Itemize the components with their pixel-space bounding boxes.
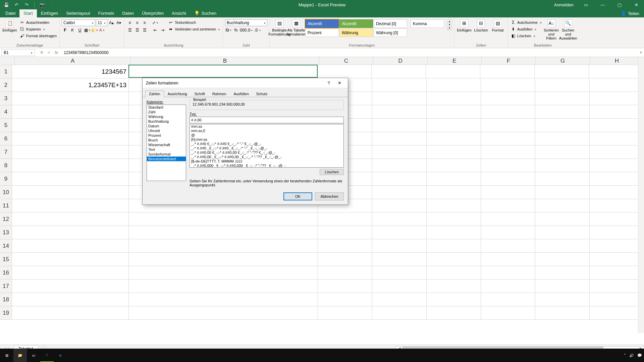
category-list[interactable]: StandardZahlWährungBuchhaltungDatumUhrze…	[147, 105, 186, 181]
cat-item[interactable]: Benutzerdefiniert	[147, 157, 186, 161]
type-label: Typ:	[190, 112, 344, 116]
dlg-tab-schrift[interactable]: Schrift	[191, 90, 209, 97]
type-list-item[interactable]: _-* #.##0,00 €_-;-* #.##0,00 €_-;_-* "-"…	[190, 150, 343, 155]
tray-volume-icon[interactable]: 🔊	[629, 353, 634, 358]
cat-item[interactable]: Sonderformat	[147, 152, 186, 157]
cat-item[interactable]: Bruch	[147, 138, 186, 142]
sample-value: 12.345.678.901.234.500.000,00	[193, 102, 341, 106]
taskbar-app1-icon[interactable]: ▭	[27, 349, 40, 362]
type-list-item[interactable]: mm:ss	[190, 124, 343, 129]
cat-item[interactable]: Uhrzeit	[147, 128, 186, 133]
type-list-item[interactable]: _-* #.##0 €_-;-* #.##0 €_-;_-* "-" €_-;_…	[190, 142, 343, 146]
taskbar-explorer-icon[interactable]: 📁	[13, 349, 27, 362]
type-list-item[interactable]: [h]:mm:ss	[190, 137, 343, 142]
cat-item[interactable]: Datum	[147, 124, 186, 128]
modal-overlay: Zellen formatieren ? ✕ Zahlen Ausrichtun…	[0, 0, 644, 362]
cat-item[interactable]: Standard	[147, 105, 186, 110]
dialog-close-button[interactable]: ✕	[334, 80, 344, 85]
type-list-item[interactable]: [$-de-DE]TTTT, T. MMMM JJJJ	[190, 159, 343, 164]
windows-taskbar: ⊞ 📁 ▭ X e ˄ 🔊 💬	[0, 349, 644, 362]
cat-item[interactable]: Währung	[147, 114, 186, 119]
type-input[interactable]	[190, 117, 344, 123]
dialog-hint: Geben Sie Ihr Zahlenformat ein, unter Ve…	[190, 175, 344, 187]
type-list-item[interactable]: _-* #.##0,00 _€_-;-* #.##0,00 _€_-;_-* "…	[190, 155, 343, 159]
dlg-tab-schutz[interactable]: Schutz	[253, 90, 271, 97]
cat-item[interactable]: Prozent	[147, 133, 186, 138]
dlg-tab-ausrichtung[interactable]: Ausrichtung	[164, 90, 191, 97]
cat-item[interactable]: Wissenschaft	[147, 142, 186, 147]
dialog-title: Zellen formatieren	[146, 81, 178, 85]
tray-chevron-icon[interactable]: ˄	[624, 353, 626, 358]
dlg-tab-ausfuellen[interactable]: Ausfüllen	[230, 90, 253, 97]
ok-button[interactable]: OK	[283, 192, 312, 200]
tray-notifications-icon[interactable]: 💬	[637, 353, 642, 358]
dlg-tab-rahmen[interactable]: Rahmen	[209, 90, 230, 97]
sample-label: Beispiel	[192, 98, 208, 102]
taskbar-edge-icon[interactable]: e	[54, 349, 67, 362]
cat-item[interactable]: Buchhaltung	[147, 119, 186, 124]
delete-format-button[interactable]: Löschen	[320, 169, 344, 175]
kategorie-label: Kategorie:	[147, 100, 186, 104]
format-cells-dialog: Zellen formatieren ? ✕ Zahlen Ausrichtun…	[142, 78, 348, 205]
start-button[interactable]: ⊞	[0, 349, 13, 362]
type-list-item[interactable]: _-* #.##0,000 _€_-;-* #.##0,000 _€_-;_-*…	[190, 164, 343, 168]
taskbar-excel-icon[interactable]: X	[40, 349, 54, 362]
type-list-item[interactable]: mm:ss,0	[190, 129, 343, 133]
dlg-tab-zahlen[interactable]: Zahlen	[145, 90, 164, 97]
dialog-help-button[interactable]: ?	[324, 80, 334, 85]
cat-item[interactable]: Text	[147, 147, 186, 152]
cancel-button[interactable]: Abbrechen	[315, 192, 344, 200]
type-list-item[interactable]: @	[190, 133, 343, 137]
type-list-item[interactable]: _-* #.##0 _€_-;-* #.##0 _€_-;_-* "-" _€_…	[190, 146, 343, 150]
cat-item[interactable]: Zahl	[147, 110, 186, 114]
type-list[interactable]: mm:ssmm:ss,0@[h]:mm:ss_-* #.##0 €_-;-* #…	[190, 124, 344, 168]
